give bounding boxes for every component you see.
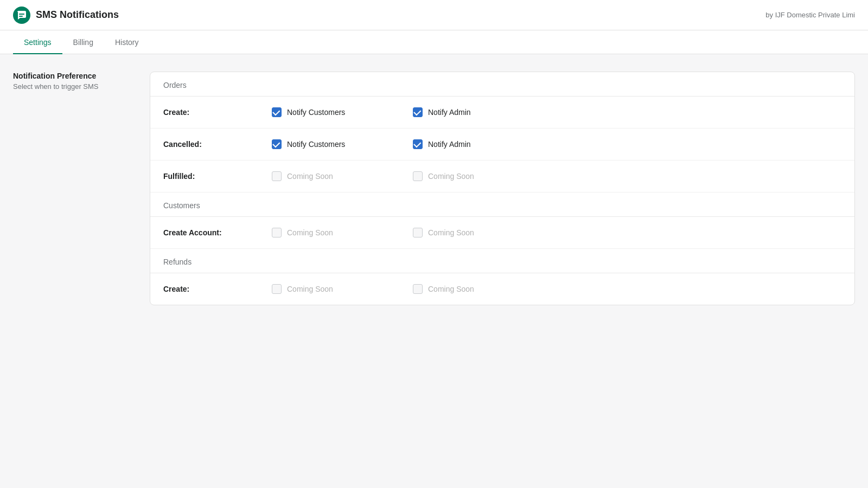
- row-refunds-create-label: Create:: [163, 285, 272, 293]
- refunds-create-notify-admin-group: Coming Soon: [413, 284, 554, 294]
- orders-cancelled-notify-customers-label: Notify Customers: [287, 140, 345, 149]
- refunds-create-notify-admin-label: Coming Soon: [428, 285, 474, 293]
- row-orders-fulfilled: Fulfilled: Coming Soon Coming Soon: [150, 160, 854, 192]
- sidebar-title: Notification Preference: [13, 72, 132, 80]
- customers-create-account-notify-admin-group: Coming Soon: [413, 228, 554, 237]
- svg-rect-1: [19, 14, 24, 15]
- orders-fulfilled-notify-customers-checkbox: [272, 171, 282, 181]
- orders-cancelled-notify-admin-checkbox[interactable]: [413, 139, 423, 149]
- row-customers-create-account: Create Account: Coming Soon Coming Soon: [150, 217, 854, 249]
- tab-settings[interactable]: Settings: [13, 30, 62, 54]
- orders-create-notify-admin-checkbox[interactable]: [413, 107, 423, 117]
- orders-create-notify-customers-group: Notify Customers: [272, 107, 413, 117]
- row-customers-create-account-label: Create Account:: [163, 228, 272, 237]
- orders-fulfilled-notify-customers-group: Coming Soon: [272, 171, 413, 181]
- orders-create-notify-admin-label: Notify Admin: [428, 108, 471, 117]
- page-content: Notification Preference Select when to t…: [0, 54, 868, 323]
- customers-create-account-notify-customers-checkbox: [272, 228, 282, 237]
- row-refunds-create: Create: Coming Soon Coming Soon: [150, 273, 854, 305]
- app-logo-icon: [13, 7, 30, 24]
- section-customers-header: Customers: [150, 192, 854, 217]
- row-orders-cancelled-label: Cancelled:: [163, 140, 272, 149]
- sidebar: Notification Preference Select when to t…: [13, 72, 132, 305]
- orders-fulfilled-notify-admin-label: Coming Soon: [428, 172, 474, 181]
- refunds-create-notify-admin-checkbox: [413, 284, 423, 294]
- orders-fulfilled-notify-admin-checkbox: [413, 171, 423, 181]
- orders-cancelled-notify-customers-checkbox[interactable]: [272, 139, 282, 149]
- tab-history[interactable]: History: [104, 30, 150, 54]
- orders-create-notify-customers-label: Notify Customers: [287, 108, 345, 117]
- section-refunds-header: Refunds: [150, 249, 854, 273]
- orders-cancelled-notify-admin-label: Notify Admin: [428, 140, 471, 149]
- row-orders-create-label: Create:: [163, 108, 272, 117]
- tab-billing[interactable]: Billing: [62, 30, 104, 54]
- orders-cancelled-notify-admin-group: Notify Admin: [413, 139, 554, 149]
- customers-create-account-notify-admin-checkbox: [413, 228, 423, 237]
- svg-rect-2: [19, 16, 23, 17]
- orders-cancelled-notify-customers-group: Notify Customers: [272, 139, 413, 149]
- row-orders-create: Create: Notify Customers Notify Admin: [150, 97, 854, 129]
- app-header: SMS Notifications by IJF Domestic Privat…: [0, 0, 868, 30]
- refunds-create-notify-customers-checkbox: [272, 284, 282, 294]
- refunds-create-notify-customers-group: Coming Soon: [272, 284, 413, 294]
- row-orders-cancelled: Cancelled: Notify Customers Notify Admin: [150, 129, 854, 160]
- refunds-create-notify-customers-label: Coming Soon: [287, 285, 333, 293]
- customers-create-account-notify-customers-group: Coming Soon: [272, 228, 413, 237]
- customers-create-account-notify-customers-label: Coming Soon: [287, 228, 333, 237]
- app-provider: by IJF Domestic Private Limi: [765, 11, 855, 19]
- app-title: SMS Notifications: [36, 9, 119, 21]
- app-title-group: SMS Notifications: [13, 7, 119, 24]
- main-panel: Orders Create: Notify Customers Notify A…: [150, 72, 855, 305]
- customers-create-account-notify-admin-label: Coming Soon: [428, 228, 474, 237]
- orders-create-notify-customers-checkbox[interactable]: [272, 107, 282, 117]
- row-orders-fulfilled-label: Fulfilled:: [163, 172, 272, 181]
- orders-fulfilled-notify-customers-label: Coming Soon: [287, 172, 333, 181]
- orders-create-notify-admin-group: Notify Admin: [413, 107, 554, 117]
- orders-fulfilled-notify-admin-group: Coming Soon: [413, 171, 554, 181]
- nav-tabs: Settings Billing History: [0, 30, 868, 54]
- section-orders-header: Orders: [150, 72, 854, 97]
- sidebar-description: Select when to trigger SMS: [13, 82, 132, 91]
